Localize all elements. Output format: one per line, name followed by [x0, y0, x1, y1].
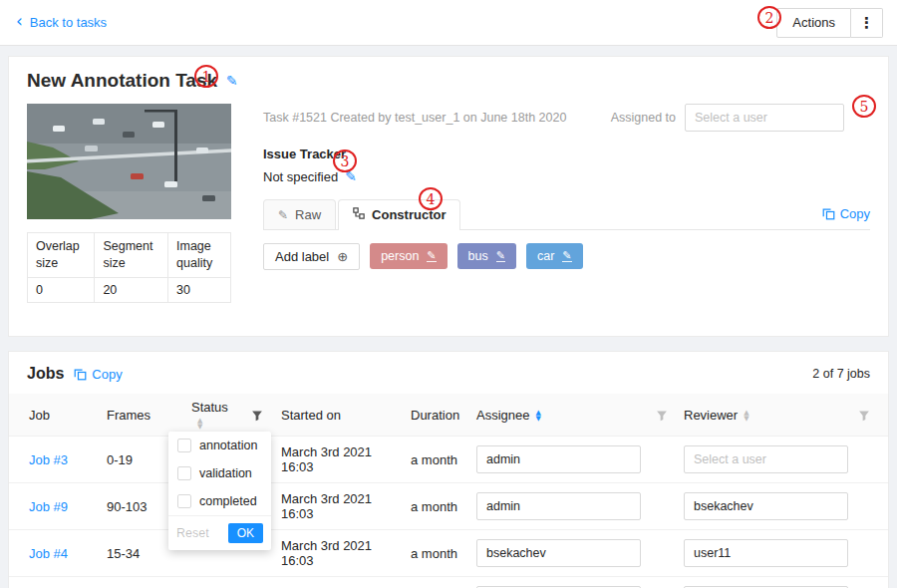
filter-option-validation-label: validation: [199, 466, 252, 480]
column-frames: Frames: [99, 394, 183, 437]
edit-issue-tracker-icon[interactable]: ✎: [345, 168, 357, 184]
label-tag-bus[interactable]: bus ✎: [457, 243, 516, 269]
task-parameters-table: Overlap size Segment size Image quality …: [27, 232, 231, 303]
assignee-input[interactable]: [476, 492, 641, 520]
reviewer-input[interactable]: [684, 539, 848, 567]
label-tag-car[interactable]: car ✎: [526, 243, 583, 269]
job-row: Job #4 15-34 March 3rd 2021 16:03 a mont…: [9, 530, 888, 577]
duration-cell: a month: [403, 577, 468, 588]
frames-cell: 75-94: [99, 577, 183, 588]
job-row: Job #3 0-19 March 3rd 2021 16:03 a month: [9, 437, 888, 483]
filter-option-annotation-label: annotation: [199, 439, 257, 452]
param-header-overlap: Overlap size: [28, 233, 95, 278]
column-reviewer-sort[interactable]: Reviewer▲▼: [676, 394, 850, 437]
assignee-input[interactable]: [476, 539, 641, 567]
back-to-tasks-link[interactable]: ‹ Back to tasks: [16, 15, 107, 30]
top-bar: ‹ Back to tasks Actions ⋮: [0, 0, 897, 46]
add-label-button[interactable]: Add label ⊕: [263, 243, 360, 270]
jobs-title: Jobs: [27, 365, 64, 383]
reviewer-input[interactable]: [684, 445, 848, 473]
actions-button-group: Actions ⋮: [776, 8, 883, 38]
reviewer-input[interactable]: [684, 492, 848, 520]
plus-circle-icon: ⊕: [337, 249, 348, 264]
assigned-to-block: Assigned to: [611, 104, 844, 132]
label-tag-person[interactable]: person ✎: [370, 243, 447, 269]
checkbox-validation[interactable]: [177, 466, 191, 480]
issue-tracker-value: Not specified: [263, 169, 338, 184]
actions-button[interactable]: Actions: [776, 8, 851, 38]
filter-ok-button[interactable]: OK: [228, 523, 263, 543]
constructor-block-icon: [353, 207, 365, 222]
back-arrow-icon: ‹: [16, 13, 23, 30]
edit-label-bus-icon[interactable]: ✎: [496, 250, 505, 262]
sort-icon: ▲▼: [744, 410, 748, 422]
add-label-text: Add label: [275, 249, 329, 264]
param-value-quality: 30: [168, 277, 231, 302]
edit-label-person-icon[interactable]: ✎: [427, 250, 436, 262]
tab-constructor-label: Constructor: [372, 207, 446, 222]
status-cell: completed ?: [183, 577, 243, 588]
started-cell: March 3rd 2021 16:03: [273, 437, 403, 483]
tab-raw[interactable]: ✎ Raw: [263, 199, 336, 229]
actions-menu-button[interactable]: ⋮: [851, 8, 883, 38]
checkbox-annotation[interactable]: [177, 439, 191, 452]
back-to-tasks-label: Back to tasks: [30, 15, 107, 30]
column-assignee-filter[interactable]: [648, 394, 676, 437]
label-person-name: person: [381, 249, 419, 263]
tab-raw-label: Raw: [295, 207, 321, 222]
edit-label-car-icon[interactable]: ✎: [562, 250, 571, 262]
labels-tabs: ✎ Raw Constructor Copy: [263, 199, 870, 230]
copy-labels-label: Copy: [840, 206, 870, 221]
constructor-panel: Add label ⊕ person ✎ bus ✎ car ✎: [263, 230, 870, 270]
copy-jobs-label: Copy: [92, 367, 122, 382]
filter-reset-button[interactable]: Reset: [176, 526, 209, 540]
column-duration: Duration: [403, 394, 468, 437]
status-filter-dropdown: annotation validation completed Reset OK: [168, 432, 271, 550]
tab-constructor[interactable]: Constructor: [338, 199, 460, 230]
label-car-name: car: [537, 249, 554, 263]
jobs-table: Job Frames Status▲▼ Started on Duration …: [9, 394, 888, 588]
column-status-filter[interactable]: [243, 394, 273, 437]
filter-option-completed-label: completed: [199, 494, 257, 508]
copy-icon: [822, 207, 835, 220]
param-value-overlap: 0: [28, 277, 95, 302]
label-bus-name: bus: [468, 249, 488, 263]
column-reviewer-filter[interactable]: [850, 394, 888, 437]
task-title-row: New Annotation Task ✎: [27, 70, 870, 92]
edit-title-icon[interactable]: ✎: [226, 73, 238, 89]
param-value-segment: 20: [95, 277, 168, 302]
filter-funnel-icon: [251, 410, 263, 422]
started-cell: March 3rd 2021 16:03: [273, 483, 403, 530]
job-link[interactable]: Job #4: [29, 546, 68, 561]
traffic-scene-graphic: [27, 104, 231, 219]
job-link[interactable]: Job #9: [29, 499, 68, 514]
column-status-sort[interactable]: Status▲▼: [183, 394, 243, 437]
assignee-input[interactable]: [476, 445, 641, 473]
jobs-card: Jobs Copy 2 of 7 jobs Job Frames Status▲…: [8, 351, 889, 588]
task-title: New Annotation Task: [27, 70, 217, 92]
param-header-quality: Image quality: [168, 233, 231, 278]
started-cell: March 3rd 2021 16:03: [273, 577, 403, 588]
task-assignee-input[interactable]: [685, 104, 844, 132]
filter-option-annotation[interactable]: annotation: [168, 432, 271, 459]
job-link[interactable]: Job #3: [29, 452, 68, 467]
duration-cell: a month: [403, 437, 468, 483]
checkbox-completed[interactable]: [177, 494, 191, 508]
copy-labels-link[interactable]: Copy: [822, 206, 870, 229]
column-started-on: Started on: [273, 394, 403, 437]
column-assignee-sort[interactable]: Assignee▲▼: [468, 394, 648, 437]
vertical-dots-icon: ⋮: [859, 14, 874, 32]
job-row: Job #9 90-103 March 3rd 2021 16:03 a mon…: [9, 483, 888, 530]
filter-funnel-icon: [656, 410, 668, 422]
raw-edit-icon: ✎: [278, 208, 288, 222]
filter-option-completed[interactable]: completed: [168, 487, 271, 515]
filter-option-validation[interactable]: validation: [168, 459, 271, 487]
copy-icon: [74, 368, 87, 381]
copy-jobs-link[interactable]: Copy: [74, 367, 122, 382]
column-job: Job: [9, 394, 99, 437]
task-details-card: New Annotation Task ✎: [8, 56, 889, 337]
job-row: Job #8 75-94 completed ? March 3rd 2021 …: [9, 577, 888, 588]
duration-cell: a month: [403, 530, 468, 577]
param-header-segment: Segment size: [95, 233, 168, 278]
jobs-count: 2 of 7 jobs: [812, 367, 870, 381]
